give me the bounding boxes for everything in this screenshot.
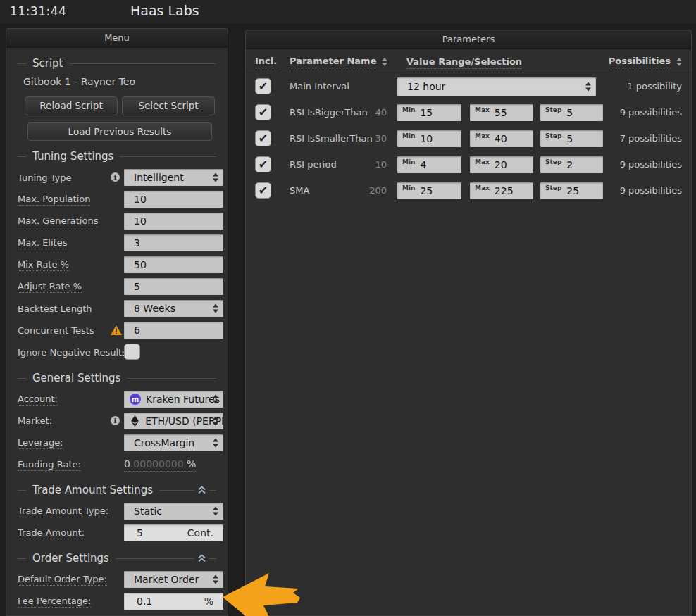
- max-input[interactable]: Max40: [470, 130, 533, 147]
- account-row: Account: m Kraken Futures: [18, 391, 222, 408]
- possibilities-value: 9 possibilities: [603, 159, 691, 170]
- max-elites-input[interactable]: 3: [124, 234, 223, 251]
- tuning-type-select[interactable]: Intelligent: [124, 169, 223, 186]
- ignore-negative-results-label: Ignore Negative Results: [18, 347, 127, 358]
- trade-amount-type-row: Trade Amount Type: Static: [18, 503, 222, 520]
- parameter-row: Main Interval 12 hour 1 possibility: [246, 73, 691, 99]
- spinner-icon[interactable]: [585, 82, 591, 91]
- spinner-icon[interactable]: [213, 439, 218, 448]
- trade-amount-label: Trade Amount:: [18, 527, 85, 539]
- parameter-row: RSI IsBiggerThan 40 Min15 Max55 Step5 9 …: [246, 99, 691, 125]
- adjust-rate-row: Adjust Rate % 5: [18, 278, 222, 295]
- trade-amount-unit: Cont.: [187, 527, 213, 539]
- possibilities-value: 7 possibilities: [603, 133, 691, 144]
- sort-icon[interactable]: [676, 58, 682, 66]
- step-input[interactable]: Step5: [540, 130, 603, 147]
- main-interval-select[interactable]: 12 hour: [397, 77, 596, 96]
- possibilities-value: 1 possibility: [603, 81, 691, 92]
- parameter-name: SMA: [290, 185, 363, 196]
- mix-rate-input[interactable]: 50: [124, 256, 223, 273]
- menu-panel-header: Menu: [6, 29, 228, 48]
- min-input[interactable]: Min15: [397, 104, 461, 121]
- parameter-name: RSI period: [290, 159, 363, 170]
- spinner-icon[interactable]: [213, 575, 218, 584]
- parameters-panel-header: Parameters: [246, 30, 691, 49]
- min-input[interactable]: Min25: [397, 182, 461, 199]
- step-input[interactable]: Step25: [540, 182, 603, 199]
- default-order-type-select[interactable]: Market Order: [124, 571, 223, 588]
- load-previous-results-button[interactable]: Load Previous Results: [27, 122, 212, 141]
- spinner-icon[interactable]: [213, 304, 218, 313]
- column-incl[interactable]: Incl.: [255, 56, 277, 68]
- max-generations-label: Max. Generations: [18, 215, 98, 227]
- include-checkbox[interactable]: [255, 130, 271, 146]
- include-checkbox[interactable]: [255, 104, 271, 120]
- step-input[interactable]: Step2: [540, 156, 603, 173]
- funding-rate-row: Funding Rate: 0.00000000 %: [18, 456, 222, 473]
- trade-amount-type-label: Trade Amount Type:: [18, 505, 108, 517]
- max-input[interactable]: Max20: [470, 156, 533, 173]
- clock: 11:31:44: [10, 4, 66, 18]
- tuning-settings-title: Tuning Settings: [18, 150, 216, 163]
- account-select[interactable]: m Kraken Futures: [124, 391, 223, 408]
- script-section-title: Script: [18, 57, 216, 70]
- parameter-name: RSI IsBiggerThan: [290, 107, 363, 118]
- adjust-rate-input[interactable]: 5: [124, 278, 223, 295]
- collapse-section-icon[interactable]: [197, 554, 206, 562]
- parameter-default: 40: [363, 107, 387, 118]
- step-input[interactable]: Step5: [540, 104, 603, 121]
- parameter-default: 10: [363, 159, 387, 170]
- collapse-section-icon[interactable]: [197, 486, 206, 494]
- trade-amount-type-select[interactable]: Static: [124, 503, 223, 520]
- fee-percentage-input[interactable]: 0.1 %: [124, 593, 223, 610]
- max-population-input[interactable]: 10: [124, 191, 223, 208]
- include-checkbox[interactable]: [255, 78, 271, 94]
- leverage-select[interactable]: CrossMargin: [124, 434, 223, 451]
- parameter-name: RSI IsSmallerThan: [290, 133, 363, 144]
- reload-script-button[interactable]: Reload Script: [25, 96, 118, 115]
- include-checkbox[interactable]: [255, 182, 271, 199]
- concurrent-tests-input[interactable]: 6: [124, 322, 223, 339]
- ignore-negative-results-checkbox[interactable]: [124, 344, 140, 360]
- column-parameter-name[interactable]: Parameter Name: [290, 56, 376, 68]
- default-order-type-row: Default Order Type: Market Order: [18, 571, 222, 588]
- trade-amount-row: Trade Amount: 5 Cont.: [18, 524, 222, 541]
- max-elites-row: Max. Elites 3: [18, 234, 222, 251]
- spinner-icon[interactable]: [213, 173, 218, 182]
- min-input[interactable]: Min4: [397, 156, 461, 173]
- select-script-button[interactable]: Select Script: [122, 96, 215, 115]
- mix-rate-row: Mix Rate % 50: [18, 256, 222, 273]
- include-checkbox[interactable]: [255, 156, 271, 172]
- default-order-type-label: Default Order Type:: [18, 574, 107, 586]
- backtest-length-select[interactable]: 8 Weeks: [124, 300, 223, 317]
- spinner-icon[interactable]: [213, 395, 218, 404]
- order-settings-title: Order Settings: [18, 552, 216, 565]
- annotation-arrow-icon: [220, 569, 304, 616]
- info-icon[interactable]: i: [111, 416, 120, 425]
- market-label: Market:: [18, 415, 52, 427]
- market-row: Market: i ETH/USD (PERPE: [18, 413, 222, 429]
- parameter-row: RSI IsSmallerThan 30 Min10 Max40 Step5 7…: [246, 125, 691, 151]
- trade-amount-input[interactable]: 5 Cont.: [124, 524, 223, 541]
- spinner-icon[interactable]: [213, 417, 218, 426]
- backtest-length-row: Backtest Length 8 Weeks: [18, 300, 222, 317]
- max-population-row: Max. Population 10: [18, 191, 222, 208]
- spinner-icon[interactable]: [213, 507, 218, 516]
- min-input[interactable]: Min10: [397, 130, 461, 147]
- column-value-range[interactable]: Value Range/Selection: [406, 56, 522, 69]
- column-possibilities[interactable]: Possibilities: [609, 56, 671, 68]
- max-generations-input[interactable]: 10: [124, 213, 223, 230]
- leverage-label: Leverage:: [18, 437, 63, 449]
- max-input[interactable]: Max55: [470, 104, 533, 121]
- tuning-type-row: Tuning Type i Intelligent: [18, 169, 222, 186]
- sort-icon[interactable]: [382, 58, 387, 66]
- parameters-table-header: Incl. Parameter Name Value Range/Selecti…: [246, 51, 691, 73]
- info-icon[interactable]: i: [111, 172, 120, 182]
- market-select[interactable]: ETH/USD (PERPE: [124, 413, 223, 429]
- max-population-label: Max. Population: [18, 194, 90, 206]
- possibilities-value: 9 possibilities: [603, 107, 691, 118]
- max-input[interactable]: Max225: [470, 182, 533, 199]
- top-bar: 11:31:44 Haas Labs: [0, 0, 696, 23]
- script-name: Gitbook 1 - Rayner Teo: [23, 76, 222, 87]
- account-label: Account:: [18, 394, 58, 406]
